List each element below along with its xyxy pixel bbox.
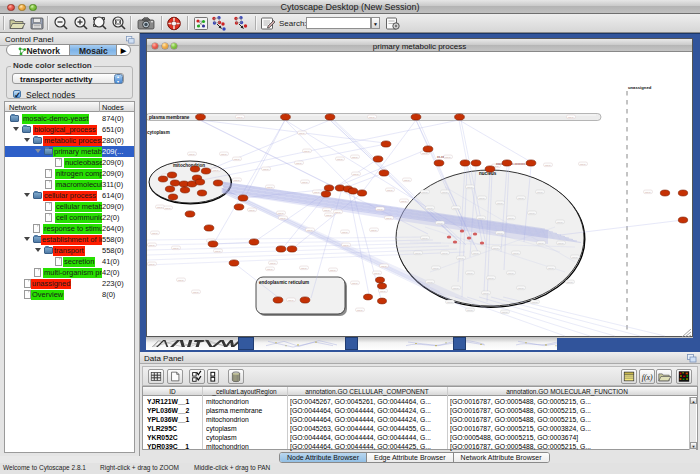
svg-text:(xx-x): (xx-x) [488,277,494,279]
svg-text:f(x): f(x) [642,373,653,382]
svg-text:(xx-x): (xx-x) [234,179,240,181]
svg-text:(xx-x): (xx-x) [342,231,348,233]
svg-text:(xx-x): (xx-x) [326,214,332,216]
svg-text:(xx-x): (xx-x) [508,217,514,219]
svg-text:(xx-x): (xx-x) [445,156,451,158]
svg-text:(xx-x): (xx-x) [422,191,428,193]
svg-text:(xx-x): (xx-x) [478,217,484,219]
svg-text:(xx-x): (xx-x) [377,208,383,210]
svg-text:(xx-x): (xx-x) [442,252,448,254]
svg-text:(xx-x): (xx-x) [178,279,184,281]
svg-text:(xx-x): (xx-x) [173,247,179,249]
svg-text:(xx-x): (xx-x) [263,168,269,170]
svg-text:(xx-x): (xx-x) [453,287,459,289]
svg-text:(xx-x): (xx-x) [189,153,195,155]
svg-text:(xx-x): (xx-x) [404,179,410,181]
svg-text:(xx-x): (xx-x) [401,200,407,202]
svg-text:(xx-x): (xx-x) [288,299,294,301]
svg-text:(xx-x): (xx-x) [299,132,305,134]
svg-text:(xx-x): (xx-x) [508,272,514,274]
svg-text:(xx-x): (xx-x) [157,206,163,208]
svg-text:(xx-x): (xx-x) [307,229,313,231]
svg-text:(xx-x): (xx-x) [381,265,387,267]
svg-text:(xx-x): (xx-x) [572,256,578,258]
svg-text:(xx-x): (xx-x) [518,287,524,289]
svg-text:(xx-x): (xx-x) [458,257,464,259]
svg-text:(xx-x): (xx-x) [447,301,453,303]
svg-text:cytoplasm: cytoplasm [147,130,170,135]
svg-text:(xx-x): (xx-x) [538,242,544,244]
svg-text:(xx-x): (xx-x) [415,252,421,254]
svg-text:(xx-x): (xx-x) [387,189,393,191]
svg-text:(xx-x): (xx-x) [213,169,219,171]
svg-text:(xx-x): (xx-x) [467,272,473,274]
svg-text:(xx-x): (xx-x) [215,250,221,252]
svg-text:(xx-x): (xx-x) [427,281,433,283]
svg-text:(xx-x): (xx-x) [422,237,428,239]
svg-text:(xx-x): (xx-x) [193,291,199,293]
svg-text:(xx-x): (xx-x) [267,186,273,188]
svg-text:(xx-x): (xx-x) [529,212,535,214]
svg-text:(xx-x): (xx-x) [483,292,489,294]
svg-text:(xx-x): (xx-x) [270,262,276,264]
svg-text:(xx-x): (xx-x) [580,163,586,165]
svg-text:(xx-x): (xx-x) [337,158,343,160]
svg-text:(xx-x): (xx-x) [568,116,574,118]
svg-text:(xx-x): (xx-x) [301,267,307,269]
svg-text:(xx-x): (xx-x) [380,290,386,292]
svg-text:(xx-x): (xx-x) [532,301,538,303]
svg-text:(xx-x): (xx-x) [278,212,284,214]
svg-text:(xx-x): (xx-x) [479,197,485,199]
svg-text:(xx-x): (xx-x) [304,150,310,152]
svg-text:(xx-x): (xx-x) [442,191,448,193]
svg-text:(xx-x): (xx-x) [518,197,524,199]
svg-text:(xx-x): (xx-x) [548,267,554,269]
svg-text:(xx-x): (xx-x) [371,229,377,231]
svg-text:(xx-x): (xx-x) [374,272,380,274]
svg-text:(xx-x): (xx-x) [165,207,171,209]
svg-text:(xx-x): (xx-x) [545,164,551,166]
svg-text:(xx-x): (xx-x) [369,116,375,118]
svg-text:(xx-x): (xx-x) [352,156,358,158]
svg-text:(xx-x): (xx-x) [324,209,330,211]
svg-text:(xx-x): (xx-x) [149,263,155,265]
svg-text:(xx-x): (xx-x) [149,244,155,246]
svg-text:(xx-x): (xx-x) [335,211,341,213]
svg-text:(xx-x): (xx-x) [537,191,543,193]
svg-text:(xx-x): (xx-x) [221,153,227,155]
svg-text:(xx-x): (xx-x) [558,242,564,244]
svg-text:(xx-x): (xx-x) [343,244,349,246]
svg-text:(xx-x): (xx-x) [502,311,508,313]
svg-text:(xx-x): (xx-x) [352,282,358,284]
svg-text:(xx-x): (xx-x) [433,267,439,269]
svg-text:(xx-x): (xx-x) [386,217,392,219]
svg-text:(xx-x): (xx-x) [353,173,359,175]
svg-text:(xx-x): (xx-x) [330,269,336,271]
svg-text:(xx-x): (xx-x) [314,191,320,193]
svg-text:(xx-x): (xx-x) [427,207,433,209]
svg-text:unassigned: unassigned [628,85,652,90]
svg-text:(xx-x): (xx-x) [497,232,503,234]
svg-text:(xx-x): (xx-x) [467,186,473,188]
svg-text:endoplasmic reticulum: endoplasmic reticulum [259,280,309,285]
svg-text:(xx-x): (xx-x) [249,209,255,211]
svg-text:(xx-x): (xx-x) [493,247,499,249]
svg-text:(xx-x): (xx-x) [296,162,302,164]
svg-text:(xx-x): (xx-x) [302,181,308,183]
svg-text:(xx-x): (xx-x) [280,217,286,219]
svg-text:(xx-x): (xx-x) [473,252,479,254]
svg-text:plasma membrane: plasma membrane [149,115,190,120]
svg-text:(xx-x): (xx-x) [357,309,363,311]
svg-text:(xx-x): (xx-x) [234,158,240,160]
svg-text:(xx-x): (xx-x) [152,232,158,234]
svg-text:(xx-x): (xx-x) [497,202,503,204]
svg-text:xx-xx: xx-xx [437,155,444,159]
svg-text:(xx-x): (xx-x) [557,221,563,223]
svg-text:(xx-x): (xx-x) [237,116,243,118]
svg-text:mitochondrion: mitochondrion [173,163,205,168]
svg-text:xxxxx-xxxxxx-xxxxxxx-xxx: xxxxx-xxxxxx-xxxxxxx-xxx [496,162,531,166]
svg-text:(xx-x): (xx-x) [645,191,651,193]
svg-text:(xx-x): (xx-x) [567,281,573,283]
svg-text:(xx-x): (xx-x) [437,222,443,224]
svg-text:(xx-x): (xx-x) [453,207,459,209]
